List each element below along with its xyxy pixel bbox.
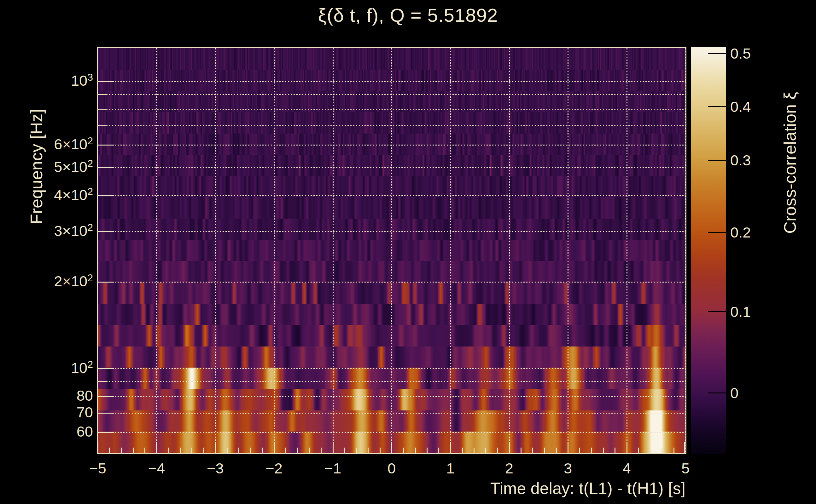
y-axis-title: Frequency [Hz]	[26, 109, 46, 224]
colorbar-tick-label: 0.3	[730, 151, 751, 169]
y-tick-label: 2×102	[54, 272, 93, 290]
y-tick-label: 5×102	[54, 158, 93, 176]
colorbar-title: Cross-correlation ξ	[780, 92, 800, 234]
x-tick-label: −3	[207, 460, 224, 477]
colorbar-tick-label: 0	[730, 384, 738, 402]
plot-title: ξ(δ t, f), Q = 5.51892	[0, 4, 816, 26]
x-tick-label: 2	[505, 460, 513, 477]
plot-frame	[97, 47, 687, 454]
y-tick-label: 3×102	[54, 221, 93, 239]
figure-root: ξ(δ t, f), Q = 5.51892 Frequency [Hz] Ti…	[0, 0, 816, 504]
x-tick-label: 1	[446, 460, 454, 477]
x-tick-label: −5	[89, 460, 106, 477]
heatmap-canvas	[98, 48, 686, 453]
x-tick-label: 4	[623, 460, 631, 477]
colorbar-tick-label: 0.4	[730, 98, 751, 115]
x-tick-label: 5	[681, 460, 690, 477]
colorbar-tick	[708, 311, 726, 312]
x-tick-label: 3	[564, 460, 572, 477]
y-tick-label: 70	[77, 404, 93, 421]
y-tick-label: 6×102	[54, 135, 93, 153]
colorbar-tick	[708, 392, 726, 393]
colorbar-tick-label: 0.5	[730, 45, 751, 62]
colorbar-tick	[708, 106, 726, 107]
y-tick-label: 102	[71, 358, 93, 376]
x-tick-label: −1	[325, 460, 342, 477]
x-tick-label: −2	[266, 460, 283, 477]
colorbar-tick-label: 0.2	[730, 224, 751, 241]
x-axis-title: Time delay: t(L1) - t(H1) [s]	[490, 479, 686, 498]
colorbar-tick-label: 0.1	[730, 303, 751, 320]
y-tick-label: 103	[71, 71, 93, 89]
y-tick-label: 4×102	[54, 186, 93, 203]
x-tick-label: −4	[148, 460, 165, 477]
colorbar-tick	[708, 160, 726, 161]
y-tick-label: 60	[77, 423, 93, 440]
colorbar-tick	[708, 53, 726, 54]
colorbar-tick	[708, 232, 726, 233]
y-tick-label: 80	[77, 387, 93, 404]
x-tick-label: 0	[388, 460, 396, 477]
